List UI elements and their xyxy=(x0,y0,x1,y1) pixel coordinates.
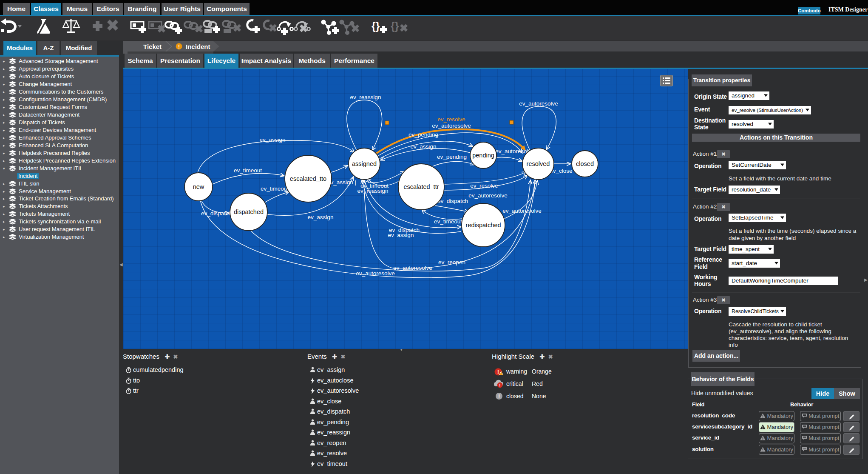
svg-text:ev_resolve: ev_resolve xyxy=(470,183,498,189)
svg-text:ev_timeout: ev_timeout xyxy=(261,186,289,192)
svg-text:ev_timeout: ev_timeout xyxy=(434,218,462,225)
svg-text:ev_autoresolve: ev_autoresolve xyxy=(468,192,508,199)
svg-text:!: ! xyxy=(178,44,180,50)
svg-text:ev_dispatch: ev_dispatch xyxy=(201,210,232,217)
svg-text:!: ! xyxy=(499,383,501,388)
svg-text:escalated_ttr: escalated_ttr xyxy=(403,183,439,190)
svg-text:ev_assign: ev_assign xyxy=(260,137,286,143)
svg-text:closed: closed xyxy=(576,160,594,167)
svg-text:ev_autoresolve: ev_autoresolve xyxy=(502,208,542,214)
svg-text:redispatched: redispatched xyxy=(465,222,501,228)
svg-text:resolved: resolved xyxy=(527,160,550,167)
svg-text:new: new xyxy=(193,183,204,190)
svg-text:ev_assign: ev_assign xyxy=(388,232,414,238)
svg-text:ev_autoresolve: ev_autoresolve xyxy=(356,270,395,277)
svg-text:pending: pending xyxy=(472,152,494,159)
svg-text:assigned: assigned xyxy=(352,160,377,167)
svg-text:ev_autoresolve: ev_autoresolve xyxy=(393,265,432,271)
svg-text:ev_timeout: ev_timeout xyxy=(234,167,262,174)
svg-text:ev_reassign: ev_reassign xyxy=(350,94,381,100)
svg-text:ev_reopen: ev_reopen xyxy=(438,259,465,266)
svg-text:dispatched: dispatched xyxy=(234,208,264,215)
svg-text:ev_pending: ev_pending xyxy=(437,154,467,160)
svg-text:!: ! xyxy=(497,369,499,375)
svg-text:ev_reassign: ev_reassign xyxy=(357,188,389,194)
svg-text:{}: {} xyxy=(372,20,380,32)
svg-text:ev_dispatch: ev_dispatch xyxy=(437,198,468,204)
svg-text:ev_autoresolve: ev_autoresolve xyxy=(519,100,558,107)
svg-text:{}: {} xyxy=(391,20,399,32)
svg-text:escalated_tto: escalated_tto xyxy=(290,175,326,182)
svg-text:ev_assign: ev_assign xyxy=(308,214,334,220)
svg-text:ev_pending: ev_pending xyxy=(408,131,438,138)
svg-text:ev_autoresolve: ev_autoresolve xyxy=(432,123,471,129)
svg-text:!: ! xyxy=(498,394,500,400)
svg-text:ev_assign: ev_assign xyxy=(411,143,437,150)
svg-text:ev_resolve: ev_resolve xyxy=(437,116,465,123)
svg-text:!: ! xyxy=(502,370,503,374)
